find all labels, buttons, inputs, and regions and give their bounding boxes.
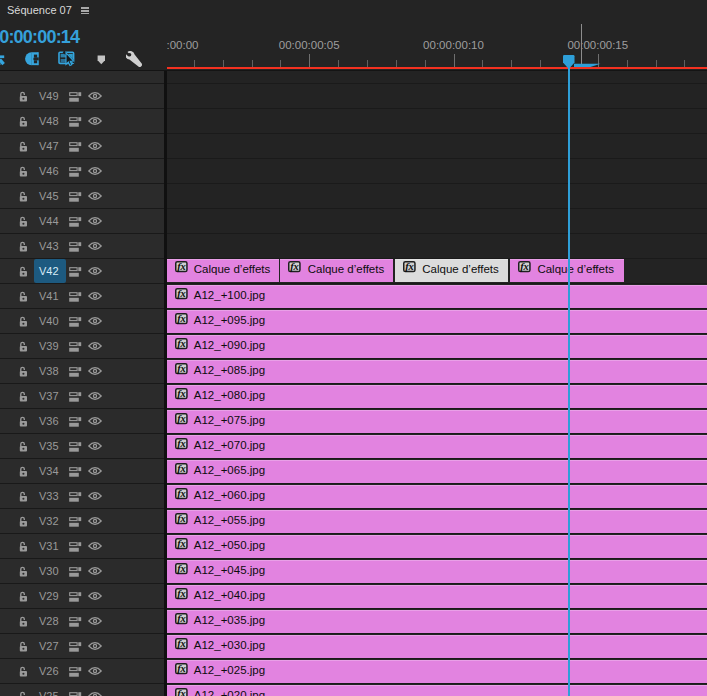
svg-text:fx: fx [177, 363, 186, 374]
svg-text:fx: fx [177, 288, 186, 299]
svg-text:fx: fx [177, 438, 186, 449]
svg-text:fx: fx [177, 313, 186, 324]
svg-text:fx: fx [177, 613, 186, 624]
svg-text:fx: fx [177, 638, 186, 649]
svg-text:fx: fx [520, 261, 529, 272]
svg-text:fx: fx [177, 663, 186, 674]
svg-text:fx: fx [405, 261, 414, 272]
svg-text:fx: fx [177, 588, 186, 599]
svg-text:fx: fx [177, 538, 186, 549]
svg-text:fx: fx [177, 261, 186, 272]
svg-text:fx: fx [177, 563, 186, 574]
svg-text:fx: fx [177, 488, 186, 499]
svg-text:fx: fx [177, 338, 186, 349]
svg-text:fx: fx [177, 413, 186, 424]
svg-text:fx: fx [177, 513, 186, 524]
svg-text:fx: fx [177, 688, 186, 696]
svg-text:fx: fx [177, 463, 186, 474]
svg-text:fx: fx [177, 388, 186, 399]
svg-text:fx: fx [291, 261, 300, 272]
